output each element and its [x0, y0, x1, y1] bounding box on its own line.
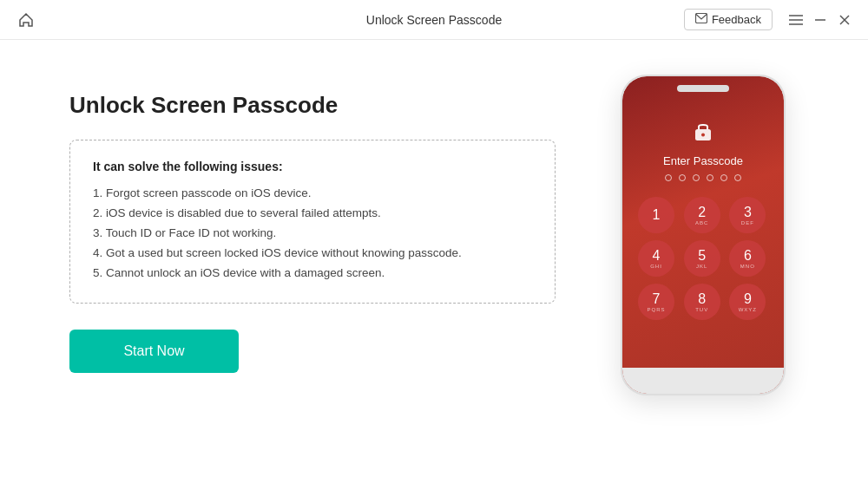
num-btn-5[interactable]: 5JKL: [684, 240, 720, 277]
issues-heading: It can solve the following issues:: [93, 160, 532, 173]
list-item: 1. Forgot screen passcode on iOS device.: [93, 184, 532, 204]
list-item: 4. Got a used but screen locked iOS devi…: [93, 244, 532, 264]
passcode-dot: [679, 174, 686, 181]
issues-box: It can solve the following issues: 1. Fo…: [69, 140, 556, 304]
passcode-dot: [734, 174, 741, 181]
num-btn-4[interactable]: 4GHI: [638, 240, 674, 277]
start-now-button[interactable]: Start Now: [69, 330, 239, 373]
list-item: 2. iOS device is disabled due to several…: [93, 204, 532, 224]
menu-button[interactable]: [786, 10, 806, 29]
title-bar-right: Feedback: [684, 9, 854, 30]
num-btn-2[interactable]: 2ABC: [684, 197, 720, 233]
numpad: 1 2ABC 3DEF 4GHI 5JKL 6MNO 7PQRS 8TUV 9W…: [638, 197, 768, 320]
main-content: Unlock Screen Passcode It can solve the …: [0, 40, 868, 503]
list-item: 3. Touch ID or Face ID not working.: [93, 224, 532, 244]
issues-list: 1. Forgot screen passcode on iOS device.…: [93, 184, 532, 284]
num-btn-6[interactable]: 6MNO: [729, 240, 766, 277]
num-btn-8[interactable]: 8TUV: [684, 284, 720, 320]
num-btn-3[interactable]: 3DEF: [729, 197, 766, 233]
phone-illustration: Enter Passcode 1 2ABC 3DEF 4GHI 5JKL 6MN…: [621, 75, 786, 395]
right-panel: Enter Passcode 1 2ABC 3DEF 4GHI 5JKL 6MN…: [608, 75, 799, 395]
home-button[interactable]: [14, 8, 38, 32]
phone-screen: Enter Passcode 1 2ABC 3DEF 4GHI 5JKL 6MN…: [622, 76, 784, 394]
home-icon: [17, 11, 35, 29]
page-title: Unlock Screen Passcode: [69, 92, 556, 119]
app-title: Unlock Screen Passcode: [366, 13, 502, 27]
list-item: 5. Cannot unlock an iOS device with a da…: [93, 264, 532, 284]
num-btn-7[interactable]: 7PQRS: [638, 284, 674, 320]
feedback-button[interactable]: Feedback: [684, 9, 773, 30]
passcode-dot: [693, 174, 700, 181]
passcode-dots: [665, 174, 741, 181]
phone-bottom: [622, 368, 784, 394]
passcode-dot: [720, 174, 727, 181]
title-bar: Unlock Screen Passcode Feedback: [0, 0, 868, 40]
title-bar-left: [14, 8, 38, 32]
left-panel: Unlock Screen Passcode It can solve the …: [69, 92, 556, 373]
svg-point-8: [701, 134, 705, 137]
enter-passcode-text: Enter Passcode: [663, 154, 743, 167]
close-button[interactable]: [835, 10, 854, 29]
num-btn-9[interactable]: 9WXYZ: [729, 284, 766, 320]
num-btn-1[interactable]: 1: [638, 197, 674, 233]
window-controls: [786, 10, 854, 29]
minimize-button[interactable]: [811, 10, 830, 29]
passcode-dot: [665, 174, 672, 181]
lock-icon: [694, 120, 713, 146]
email-icon: [695, 13, 707, 26]
phone-notch: [677, 85, 729, 92]
passcode-dot: [707, 174, 713, 181]
feedback-label: Feedback: [712, 13, 761, 26]
